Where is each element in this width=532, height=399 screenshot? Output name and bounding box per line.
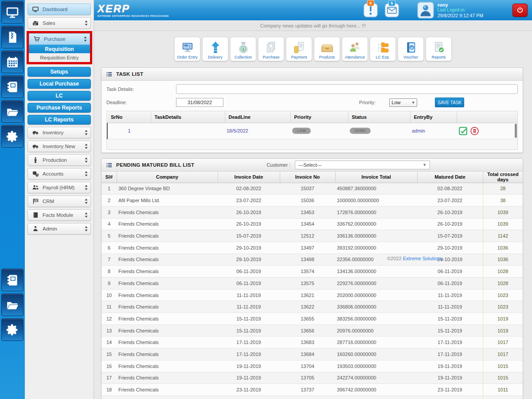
task-deadline-cell: 18/5/2022 <box>225 123 290 139</box>
toolbar-purchase-button[interactable]: Purchase <box>258 37 284 61</box>
news-ticker: Company news updates will go through her… <box>94 20 532 31</box>
deadline-input[interactable] <box>176 98 223 107</box>
task-table-scrollbar[interactable] <box>515 124 517 138</box>
sidebar-item-inventory-new[interactable]: Inventory New <box>27 141 91 152</box>
bill-sl-cell: 17 <box>102 372 117 384</box>
app-root: DashboardSalesPurchaseRequisitionRequisi… <box>0 0 532 399</box>
delete-task-button[interactable] <box>470 126 479 136</box>
sidebar-item-accounts[interactable]: $Accounts <box>27 168 91 180</box>
bill-crossed-days-cell: 1039 <box>483 206 523 218</box>
bill-invoice-total-cell: 336762.00000000 <box>335 218 417 230</box>
sidebar-item-lc-reports[interactable]: LC Reports <box>27 115 91 125</box>
task-status-cell: DONE <box>348 123 410 139</box>
rail-zipdoc-button[interactable] <box>1 26 23 48</box>
bill-matured-date-cell: 06-11-2019 <box>417 266 483 278</box>
svg-text:@: @ <box>410 46 413 50</box>
app-logo[interactable]: XERP EXTREME ENTERPRISE RESOURCES PROCES… <box>96 4 180 17</box>
toolbar-products-button[interactable]: Products <box>314 37 340 61</box>
sidebar-item-crm[interactable]: CRM <box>27 196 91 207</box>
task-details-input[interactable] <box>176 84 518 94</box>
toolbar-voucher-button[interactable]: @Voucher <box>398 37 424 61</box>
priority-value: Low <box>391 100 400 105</box>
notifications-button[interactable]: 0 <box>363 3 378 18</box>
sidebar-item-admin[interactable]: Admin <box>27 223 91 235</box>
bill-matured-date-cell: 17-11-2019 <box>417 348 483 360</box>
bill-crossed-days-cell: 1017 <box>483 336 523 348</box>
bill-company-cell: Afil Paper Mills Ltd. <box>117 195 218 207</box>
bill-matured-date-cell: 15-11-2019 <box>417 313 483 325</box>
bill-col-matured-date: Matured Date <box>417 172 483 183</box>
sidebar-item-local-purchase[interactable]: Local Purchase <box>27 79 91 89</box>
expand-arrows-icon <box>84 212 88 218</box>
sidebar-item-facts-module[interactable]: Facts Module <box>27 209 91 221</box>
zipdoc-icon <box>6 31 19 44</box>
bill-sl-cell: 6 <box>102 242 117 254</box>
mark-done-button[interactable] <box>458 126 468 136</box>
toolbar-attendance-button[interactable]: Attendance <box>342 37 368 61</box>
sidebar-item-dashboard[interactable]: Dashboard <box>27 4 91 15</box>
sidebar-item-setups[interactable]: Setups <box>27 67 91 77</box>
bill-invoice-no-cell: 13704 <box>280 360 335 372</box>
sidebar-item-production[interactable]: Production <box>27 154 91 166</box>
sidebar-item-purchase[interactable]: Purchase <box>29 33 90 45</box>
people-icon <box>31 184 39 192</box>
cart-icon <box>33 35 40 43</box>
save-task-button[interactable]: SAVE TASK <box>435 98 464 107</box>
bill-crossed-days-cell: 38 <box>483 195 523 207</box>
bill-invoice-total-cell: 287716.00000000 <box>335 336 417 348</box>
reports-icon <box>432 41 446 55</box>
bill-invoice-date-cell: 26-10-2019 <box>218 206 280 218</box>
rail-folder-button[interactable] <box>1 100 23 123</box>
toolbar-order-entry-button[interactable]: Order Entry <box>174 37 200 61</box>
sidebar-item-lc[interactable]: LC <box>27 91 91 101</box>
logout-button[interactable] <box>512 4 528 17</box>
messages-button[interactable]: 5 <box>384 3 399 18</box>
bill-sl-cell: 1 <box>102 183 117 195</box>
deadline-label: Deadline: <box>106 100 176 105</box>
chevron-down-icon: ▼ <box>422 163 426 167</box>
sidebar-item-inventory[interactable]: Inventory <box>27 127 91 138</box>
voucher-icon: @ <box>404 41 418 55</box>
toolbar-delivery-button[interactable]: Delivery <box>202 37 228 61</box>
rail-notebook-button[interactable] <box>1 269 23 291</box>
priority-select[interactable]: Low ▼ <box>389 98 417 107</box>
rail-monitor-button[interactable] <box>1 1 23 23</box>
rail-gear-button[interactable] <box>1 318 23 341</box>
rail-notebook-button[interactable] <box>1 75 23 98</box>
sidebar-item-purchase-reports[interactable]: Purchase Reports <box>27 103 91 113</box>
bill-table-row: 19Friends Chemicals29-11-201913799390721… <box>102 395 523 399</box>
bill-sl-cell: 11 <box>102 301 117 313</box>
task-panel-header: TASK LIST <box>102 68 523 81</box>
task-col-Priority: Priority <box>290 111 348 123</box>
monitor-icon <box>6 6 19 19</box>
bill-table-row: 13Friends Chemicals15-11-20191365620976.… <box>102 325 523 336</box>
bill-invoice-no-cell: 13575 <box>280 278 335 289</box>
bill-invoice-total-cell: 22356.00000000 <box>335 254 417 266</box>
rail-gear-button[interactable] <box>1 125 23 148</box>
sidebar-item-requisition[interactable]: Requisition <box>29 45 90 53</box>
sidebar-item-sales[interactable]: Sales <box>27 17 91 29</box>
rail-calendar-button[interactable] <box>1 51 23 73</box>
bill-invoice-date-cell: 29-10-2019 <box>218 254 280 266</box>
rail-folder-button[interactable] <box>1 293 23 316</box>
bill-matured-date-cell: 15-07-2019 <box>417 230 483 242</box>
bill-company-cell: Friends Chemicals <box>117 230 218 242</box>
bill-invoice-no-cell: 13497 <box>280 242 335 254</box>
bill-invoice-date-cell: 06-11-2019 <box>218 266 280 278</box>
user-avatar[interactable] <box>417 2 434 19</box>
bill-invoice-total-cell: 396742.00000000 <box>335 384 417 396</box>
bill-matured-date-cell: 06-11-2019 <box>417 278 483 289</box>
toolbar-collection-button[interactable]: $Collection <box>230 37 256 61</box>
toolbar-reports-button[interactable]: Reports <box>426 37 452 61</box>
toolbar-payment-button[interactable]: Payment <box>286 37 312 61</box>
sidebar-item-requisition-entry[interactable]: Requisition Entry <box>29 54 90 62</box>
customer-select[interactable]: ---Select--- ▼ <box>295 160 430 169</box>
book-icon <box>31 211 39 219</box>
toolbar-lc-exp-button[interactable]: LC Exp. <box>370 37 396 61</box>
bill-invoice-date-cell: 15-07-2019 <box>218 230 280 242</box>
bill-crossed-days-cell: 1028 <box>483 278 523 289</box>
register-icon <box>31 20 39 27</box>
van-icon <box>31 129 39 137</box>
bill-matured-date-cell: 17-11-2019 <box>417 336 483 348</box>
sidebar-item-payroll-hrm[interactable]: Payroll (HRM) <box>27 182 91 193</box>
